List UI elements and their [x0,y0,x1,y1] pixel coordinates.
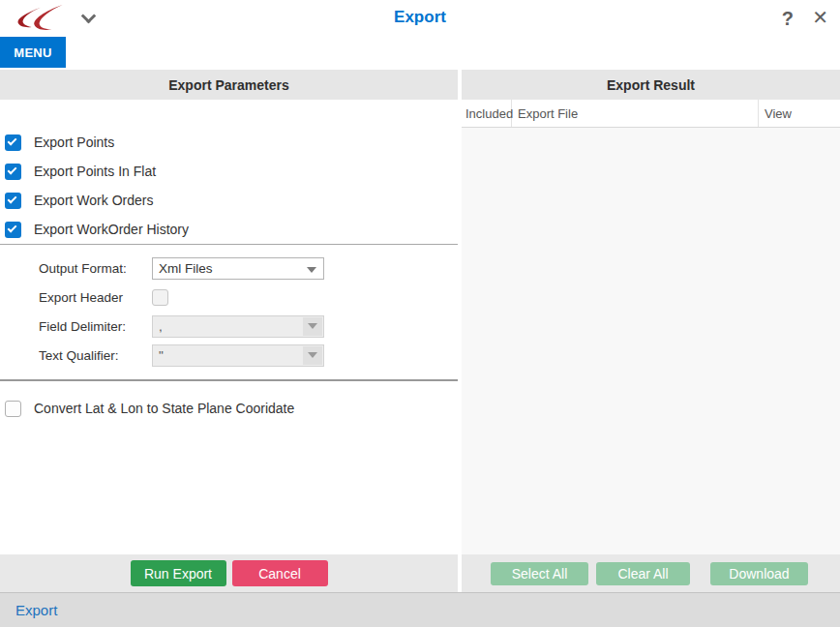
convert-lat-lon-row: Convert Lat & Lon to State Plane Coorida… [0,394,458,423]
top-bar: Export ? ✕ [0,0,840,37]
column-export-file: Export File [512,100,759,127]
taskbar-item-export[interactable]: Export [15,602,57,618]
export-points-label: Export Points [34,134,114,150]
export-points-flat-row: Export Points In Flat [0,157,458,186]
menu-button[interactable]: MENU [0,37,66,68]
export-work-orders-checkbox[interactable] [5,193,21,209]
dropdown-arrow-button [303,346,322,365]
export-result-table-header: Included Export File View [462,100,840,128]
checkmark-icon [8,164,17,174]
page-title: Export [0,8,840,27]
export-points-checkbox[interactable] [5,134,21,151]
export-points-flat-label: Export Points In Flat [34,164,156,179]
export-header-label: Export Header [39,290,152,305]
text-qualifier-label: Text Qualifier: [39,348,152,363]
export-workorder-history-checkbox[interactable] [5,222,21,238]
dropdown-arrow-button [303,317,322,336]
output-format-row: Output Format: Xml Files [0,254,458,283]
column-included: Included [462,100,512,127]
format-options-group: Output Format: Xml Files Export Header F… [0,245,458,379]
export-header-row: Export Header [0,283,458,312]
export-work-orders-row: Export Work Orders [0,186,458,215]
left-footer: Run Export Cancel [0,554,458,592]
output-format-label: Output Format: [39,261,152,276]
export-result-header: Export Result [462,70,840,100]
field-delimiter-value: , [159,319,163,334]
text-qualifier-row: Text Qualifier: " [0,341,458,370]
export-parameters-header: Export Parameters [0,70,458,100]
export-points-row: Export Points [0,128,458,157]
checkmark-icon [8,223,17,232]
text-qualifier-dropdown: " [152,344,324,367]
dropdown-arrow-icon [308,323,317,329]
divider [0,379,458,381]
close-icon[interactable]: ✕ [812,5,828,30]
export-points-flat-checkbox[interactable] [5,164,21,180]
export-options-group: Export Points Export Points In Flat Expo… [0,100,458,244]
select-all-button[interactable]: Select All [491,562,588,585]
export-workorder-history-row: Export WorkOrder History [0,215,458,244]
dropdown-arrow-icon [307,267,316,273]
field-delimiter-dropdown: , [152,315,324,338]
text-qualifier-value: " [159,348,164,363]
download-button[interactable]: Download [710,562,808,585]
checkmark-icon [8,135,17,145]
run-export-button[interactable]: Run Export [131,560,226,586]
export-parameters-panel: Export Points Export Points In Flat Expo… [0,100,458,554]
checkmark-icon [8,194,17,203]
cancel-button[interactable]: Cancel [232,560,328,586]
output-format-dropdown[interactable]: Xml Files [152,257,324,280]
field-delimiter-row: Field Delimiter: , [0,312,458,341]
export-work-orders-label: Export Work Orders [34,193,153,208]
bottom-taskbar: Export [0,592,840,627]
convert-lat-lon-label: Convert Lat & Lon to State Plane Coorida… [34,401,294,416]
output-format-value: Xml Files [159,261,213,276]
export-result-table-body [462,128,840,554]
field-delimiter-label: Field Delimiter: [39,319,152,334]
export-header-checkbox[interactable] [152,289,168,306]
convert-lat-lon-checkbox[interactable] [5,401,21,417]
column-view: View [759,100,840,127]
help-icon[interactable]: ? [782,6,794,31]
export-workorder-history-label: Export WorkOrder History [34,222,189,237]
dropdown-arrow-icon [308,352,317,358]
clear-all-button[interactable]: Clear All [596,562,690,585]
right-footer: Select All Clear All Download [462,554,840,592]
